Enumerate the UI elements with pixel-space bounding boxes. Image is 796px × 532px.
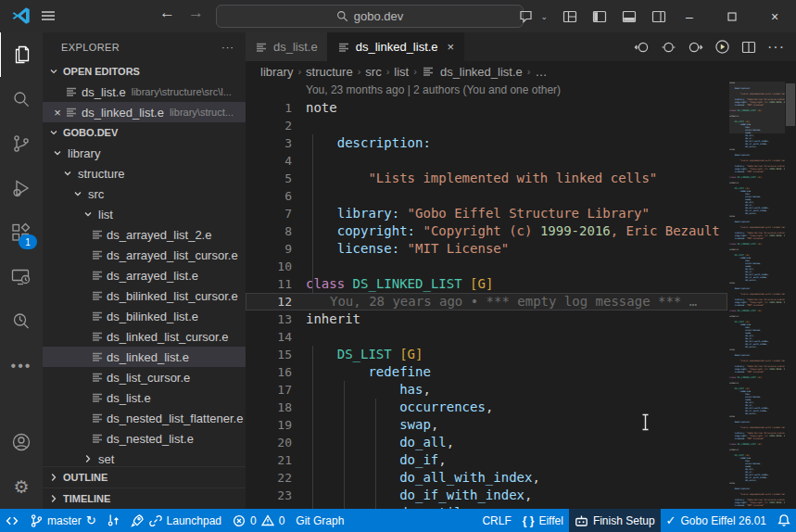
status-eol[interactable]: CRLF <box>476 509 516 532</box>
toggle-panel-icon[interactable] <box>622 9 637 24</box>
open-editors-header[interactable]: OPEN EDITORS <box>43 61 246 82</box>
navigate-forward-arrow[interactable]: → <box>188 4 204 22</box>
tree-item-ds_nested_list.e[interactable]: ds_nested_list.e <box>43 428 246 449</box>
breadcrumb-item[interactable]: library <box>260 65 293 79</box>
tree-item-ds_list.e[interactable]: ds_list.e <box>43 387 246 408</box>
status-language[interactable]: { }Eiffel <box>517 509 569 532</box>
code-line[interactable]: 16 redefine <box>246 363 727 381</box>
code-line[interactable]: 23 do_if_with_index, <box>246 487 727 504</box>
status-remote[interactable] <box>0 509 24 532</box>
explorer-more-actions-icon[interactable]: ··· <box>221 42 234 53</box>
activity-search-icon[interactable] <box>0 77 43 121</box>
tree-item-ds_arrayed_list_2.e[interactable]: ds_arrayed_list_2.e <box>43 224 246 245</box>
run-file-icon[interactable] <box>714 39 730 55</box>
scrollbar-thumb[interactable] <box>786 83 795 126</box>
breadcrumb-item[interactable]: ds_linked_list.e <box>440 65 523 79</box>
tree-item-ds_linked_list_cursor.e[interactable]: ds_linked_list_cursor.e <box>43 326 246 347</box>
status-git-graph[interactable]: Git Graph <box>290 509 349 532</box>
menu-icon[interactable] <box>41 8 56 23</box>
breadcrumb-item[interactable]: … <box>535 65 547 79</box>
code-line[interactable]: 13inherit <box>246 310 727 328</box>
tree-item-ds_bilinked_list_cursor.e[interactable]: ds_bilinked_list_cursor.e <box>43 285 246 306</box>
code-line[interactable]: 11class DS_LINKED_LIST [G] <box>246 275 727 293</box>
code-line[interactable]: 19 swap, <box>246 416 727 434</box>
tree-item-ds_arrayed_list_cursor.e[interactable]: ds_arrayed_list_cursor.e <box>43 245 246 265</box>
code-line[interactable]: 9 license: "MIT License" <box>246 240 727 258</box>
activity-account-icon[interactable] <box>0 420 43 464</box>
code-line[interactable]: 3 description: <box>246 134 727 152</box>
status-gobo-version[interactable]: ✓Gobo Eiffel 26.01 <box>661 509 772 532</box>
code-line[interactable]: 5 "Lists implemented with linked cells" <box>246 170 727 187</box>
tree-item-ds_list_cursor.e[interactable]: ds_list_cursor.e <box>43 367 246 387</box>
tree-item-list[interactable]: list <box>43 204 246 224</box>
code-line[interactable]: 6 <box>246 187 727 205</box>
status-git-fetch[interactable] <box>102 509 125 532</box>
tree-item-ds_arrayed_list.e[interactable]: ds_arrayed_list.e <box>43 265 246 285</box>
activity-gitlens-icon[interactable] <box>0 299 43 344</box>
close-button[interactable]: × <box>753 0 796 32</box>
split-editor-icon[interactable] <box>741 40 756 55</box>
activity-extensions-icon[interactable]: 1 <box>0 210 43 255</box>
open-editor-item[interactable]: ×ds_linked_list.elibrary\struct... <box>43 102 246 122</box>
status-problems[interactable]: 00 <box>227 509 290 532</box>
maximize-button[interactable] <box>711 0 753 32</box>
minimize-button[interactable]: – <box>668 0 711 32</box>
breadcrumb-item[interactable]: list <box>394 65 409 79</box>
code-line[interactable]: 22 do_all_with_index, <box>246 469 727 487</box>
toggle-primary-sidebar-icon[interactable] <box>592 9 607 24</box>
tab-close-icon[interactable]: × <box>448 40 455 54</box>
navigate-back-icon[interactable] <box>634 40 650 55</box>
toggle-secondary-sidebar-icon[interactable] <box>651 9 666 24</box>
code-line[interactable]: 17 has, <box>246 381 727 399</box>
code-line[interactable]: 7 library: "Gobo Eiffel Structure Librar… <box>246 205 727 222</box>
tab-ds_list.e[interactable]: ds_list.e <box>246 32 328 61</box>
workspace-header[interactable]: GOBO.DEV <box>43 122 246 143</box>
code-line[interactable]: 14 <box>246 328 727 346</box>
code-line[interactable]: 10 <box>246 258 727 275</box>
code-line[interactable]: 15 DS_LIST [G] <box>246 346 727 363</box>
code-line[interactable]: 4 <box>246 152 727 170</box>
copilot-chat-icon[interactable] <box>519 9 535 24</box>
navigate-back-arrow[interactable]: ← <box>159 4 175 22</box>
tree-item-set[interactable]: set <box>43 449 246 466</box>
more-actions-icon[interactable]: ··· <box>767 39 785 56</box>
tree-item-ds_bilinked_list.e[interactable]: ds_bilinked_list.e <box>43 306 246 326</box>
code-line[interactable]: 21 do_if, <box>246 451 727 469</box>
copilot-chevron-icon[interactable]: ⌄ <box>540 12 548 21</box>
status-launchpad[interactable]: Launchpad <box>125 509 227 532</box>
command-center-search[interactable]: gobo.dev <box>216 5 524 28</box>
tree-item-src[interactable]: src <box>43 184 246 204</box>
vertical-scrollbar[interactable] <box>785 82 796 509</box>
minimap[interactable]: note description: "Lists implemented wit… <box>729 82 785 509</box>
section-outline[interactable]: OUTLINE <box>43 466 246 488</box>
code-line[interactable]: 12You, 28 years ago • *** empty log mess… <box>246 293 727 310</box>
activity-settings-icon[interactable]: ⚙ <box>0 464 43 509</box>
tree-item-structure[interactable]: structure <box>43 163 246 184</box>
status-notifications[interactable] <box>772 509 796 532</box>
section-timeline[interactable]: TIMELINE <box>43 488 246 509</box>
status-git-branch[interactable]: master↻ <box>24 509 102 532</box>
navigate-forward-icon[interactable] <box>688 40 703 55</box>
activity-more-icon[interactable]: ••• <box>0 344 43 388</box>
activity-explorer-icon[interactable] <box>0 32 44 77</box>
customize-layout-icon[interactable] <box>562 9 577 24</box>
tree-item-ds_linked_list.e[interactable]: ds_linked_list.e <box>43 347 246 367</box>
code-editor[interactable]: You, 23 months ago | 2 authors (You and … <box>246 82 796 509</box>
tab-ds_linked_list.e[interactable]: ds_linked_list.e× <box>328 32 464 61</box>
tree-item-ds_nested_list_flattener.e[interactable]: ds_nested_list_flattener.e <box>43 408 246 428</box>
tree-item-library[interactable]: library <box>43 143 246 163</box>
navigate-dot-icon[interactable] <box>661 40 676 55</box>
code-line[interactable]: 2 <box>246 117 727 134</box>
minimap-slider[interactable] <box>729 82 785 133</box>
close-icon[interactable]: × <box>50 107 65 119</box>
status-finish-setup[interactable]: Finish Setup <box>569 509 661 532</box>
open-editor-item[interactable]: ds_list.elibrary\structure\src\l... <box>43 82 246 102</box>
code-line[interactable]: 1note <box>246 99 727 117</box>
activity-run-debug-icon[interactable] <box>0 166 43 210</box>
code-line[interactable]: 20 do_all, <box>246 434 727 451</box>
breadcrumb-item[interactable]: structure <box>306 65 353 79</box>
code-line[interactable]: 18 occurrences, <box>246 399 727 416</box>
code-line[interactable]: 8 copyright: "Copyright (c) 1999-2016, E… <box>246 222 727 240</box>
activity-source-control-icon[interactable] <box>0 121 43 166</box>
breadcrumb-item[interactable]: src <box>365 65 381 79</box>
